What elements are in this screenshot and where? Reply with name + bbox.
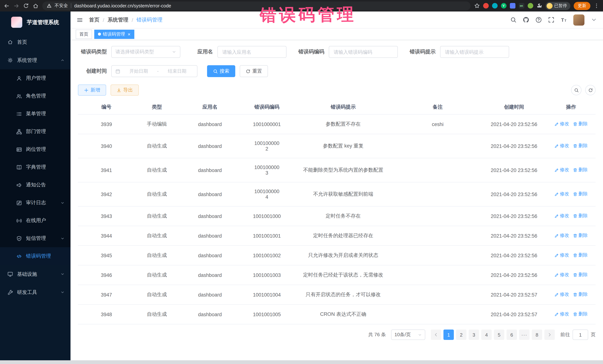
delete-link[interactable]: 删除 [573,311,588,318]
sidebar-item[interactable]: 部门管理 [0,123,70,141]
close-icon[interactable]: × [128,31,130,37]
extension-grid-icon[interactable] [510,3,515,9]
delete-link[interactable]: 删除 [573,213,588,219]
sidebar-item[interactable]: 菜单管理 [0,105,70,123]
help-icon[interactable] [535,17,542,23]
avatar-caret-icon[interactable] [591,17,597,23]
reset-button[interactable]: 重置 [240,65,268,77]
delete-link[interactable]: 删除 [573,292,588,298]
search-icon[interactable] [510,17,517,23]
page-button[interactable]: 2 [456,330,466,340]
browser-update-button[interactable]: 更新 [574,2,590,10]
extensions-puzzle-icon[interactable] [536,3,542,9]
calendar-icon [116,69,120,74]
export-button[interactable]: 导出 [111,85,139,96]
extension-on-icon[interactable]: on [519,3,524,9]
sidebar-item[interactable]: 系统管理 [0,51,70,69]
cell-actions: 修改删除 [546,305,596,324]
sidebar-item[interactable]: 角色管理 [0,87,70,105]
user-avatar[interactable] [573,14,584,25]
sidebar-item[interactable]: 研发工具 [0,283,70,301]
app-name-input[interactable] [218,46,287,58]
prev-page-button[interactable] [431,330,441,340]
page-size-select[interactable]: 10条/页 [391,330,425,340]
refresh-table-button[interactable] [585,85,596,95]
sidebar-item[interactable]: 岗位管理 [0,141,70,158]
add-button[interactable]: 新增 [78,85,106,96]
date-range-picker[interactable]: 开始日期 - 结束日期 [111,65,197,77]
delete-link[interactable]: 删除 [573,232,588,239]
reload-icon[interactable] [23,3,29,9]
profile-chip[interactable]: 已暂停 [545,2,570,10]
search-button[interactable]: 搜索 [207,65,235,77]
breadcrumb-item[interactable]: 首页 [89,16,99,23]
sidebar-logo[interactable]: 芋道管理系统 [0,11,70,33]
edit-link[interactable]: 修改 [554,167,569,173]
sidebar-item[interactable]: 错误码管理 [0,247,70,265]
delete-link[interactable]: 删除 [573,272,588,278]
hamburger-icon[interactable] [76,16,83,23]
goto-page-input[interactable] [573,330,588,340]
browser-menu-icon[interactable] [594,3,599,9]
url-bar[interactable]: 不安全 dashboard.yudao.iocoder.cn/system/er… [42,1,470,10]
extension-green-icon[interactable] [527,3,533,9]
edit-link[interactable]: 修改 [554,292,569,298]
page-button[interactable]: 8 [532,330,542,340]
font-size-icon[interactable]: TT [561,17,567,23]
breadcrumb-separator: / [103,17,104,23]
edit-link[interactable]: 修改 [554,311,569,318]
github-icon[interactable] [523,17,529,23]
edit-link[interactable]: 修改 [554,121,569,127]
next-page-button[interactable] [544,330,555,340]
sidebar-item[interactable]: 字典管理 [0,158,70,176]
delete-link[interactable]: 删除 [573,167,588,173]
breadcrumb-item[interactable]: 系统管理 [108,16,128,23]
extension-teal-icon[interactable] [492,3,498,9]
browser-home-icon[interactable] [33,3,39,9]
sidebar-item[interactable]: 短信管理 [0,230,70,247]
sidebar-item[interactable]: 用户管理 [0,69,70,87]
sidebar-item[interactable]: 首页 [0,33,70,51]
delete-link[interactable]: 删除 [573,252,588,259]
goto-label: 前往 [560,331,570,338]
sidebar-item[interactable]: 通知公告 [0,176,70,194]
tab[interactable]: 错误码管理× [94,30,134,39]
extension-v-icon[interactable]: V [501,3,506,9]
page-button[interactable]: 6 [507,330,517,340]
back-icon[interactable] [4,3,10,9]
error-hint-input[interactable] [440,46,509,58]
page-button[interactable]: ··· [519,330,530,340]
tab[interactable]: 首页 [76,30,92,39]
page-button[interactable]: 3 [469,330,479,340]
horizontal-scrollbar[interactable] [0,360,603,364]
page-button[interactable]: 5 [494,330,504,340]
page-button[interactable]: 4 [481,330,492,340]
extension-red-icon[interactable] [483,3,488,9]
delete-link[interactable]: 删除 [573,191,588,197]
error-type-select[interactable]: 请选择错误码类型 [111,46,180,58]
fullscreen-icon[interactable] [548,17,554,23]
page-button[interactable]: 1 [443,330,454,340]
error-type-placeholder: 请选择错误码类型 [116,49,154,55]
forward-icon[interactable] [13,3,19,9]
users-icon [16,93,22,99]
edit-link[interactable]: 修改 [554,272,569,278]
sidebar-item[interactable]: 审计日志 [0,194,70,212]
sidebar-item[interactable]: 在线用户 [0,212,70,230]
edit-link[interactable]: 修改 [554,232,569,239]
edit-link[interactable]: 修改 [554,143,569,149]
error-code-input[interactable] [329,46,398,58]
cell-app: dashboard [179,285,241,305]
toggle-search-button[interactable] [571,85,581,95]
pagination-total: 共 76 条 [368,331,386,338]
edit-link[interactable]: 修改 [554,252,569,259]
bookmark-star-icon[interactable] [474,3,480,9]
trash-icon [573,122,577,126]
delete-link[interactable]: 删除 [573,121,588,127]
pagination: 共 76 条 10条/页 123456···8 前往 页 [78,330,596,340]
sidebar-item[interactable]: 基础设施 [0,265,70,283]
edit-link[interactable]: 修改 [554,191,569,197]
delete-link[interactable]: 删除 [573,143,588,149]
url-text: dashboard.yudao.iocoder.cn/system/error-… [74,3,171,8]
edit-link[interactable]: 修改 [554,213,569,219]
